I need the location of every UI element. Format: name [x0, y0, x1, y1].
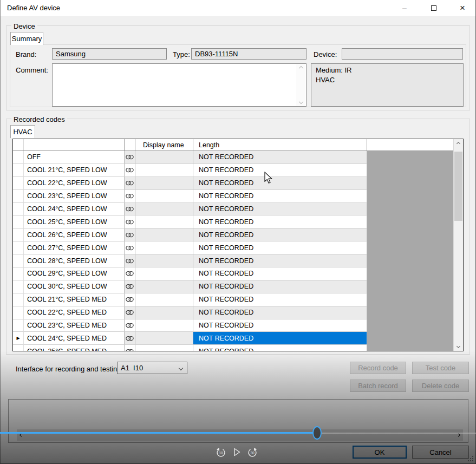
table-row[interactable]: COOL 21°C, SPEED LOW NOT RECORDED [13, 164, 367, 177]
code-icon-cell[interactable] [125, 203, 135, 216]
row-select-indicator[interactable]: ▶ [13, 332, 24, 345]
code-name-cell[interactable]: COOL 24°C, SPEED LOW [24, 203, 125, 216]
column-header-length[interactable]: Length [193, 139, 367, 151]
code-display-name-cell[interactable] [135, 203, 193, 216]
code-display-name-cell[interactable] [135, 177, 193, 190]
table-row[interactable]: COOL 24°C, SPEED LOW NOT RECORDED [13, 203, 367, 216]
table-vertical-scrollbar[interactable] [453, 139, 463, 351]
forward-30-icon[interactable]: 30 [247, 447, 258, 458]
maximize-button[interactable] [421, 0, 446, 16]
table-row[interactable]: COOL 27°C, SPEED LOW NOT RECORDED [13, 241, 367, 254]
code-name-cell[interactable]: COOL 22°C, SPEED MED [24, 306, 125, 319]
code-name-cell[interactable]: COOL 29°C, SPEED LOW [24, 267, 125, 280]
code-name-cell[interactable]: COOL 28°C, SPEED LOW [24, 254, 125, 267]
code-length-cell[interactable]: NOT RECORDED [193, 319, 367, 332]
code-length-cell[interactable]: NOT RECORDED [193, 228, 367, 241]
code-display-name-cell[interactable] [135, 332, 193, 345]
code-icon-cell[interactable] [125, 164, 135, 177]
delete-code-button[interactable]: Delete code [412, 380, 469, 392]
row-select-indicator[interactable] [13, 215, 24, 228]
code-display-name-cell[interactable] [135, 267, 193, 280]
table-row[interactable]: COOL 25°C, SPEED LOW NOT RECORDED [13, 215, 367, 228]
code-icon-cell[interactable] [125, 228, 135, 241]
code-name-cell[interactable]: COOL 21°C, SPEED MED [24, 293, 125, 306]
code-length-cell[interactable]: NOT RECORDED [193, 215, 367, 228]
table-row[interactable]: COOL 30°C, SPEED LOW NOT RECORDED [13, 280, 367, 293]
code-length-cell[interactable]: NOT RECORDED [193, 306, 367, 319]
table-row[interactable]: COOL 22°C, SPEED LOW NOT RECORDED [13, 177, 367, 190]
interface-select[interactable]: A1 I10 [117, 362, 187, 374]
table-row[interactable]: OFF NOT RECORDED [13, 151, 367, 164]
play-icon[interactable] [231, 447, 242, 458]
row-select-indicator[interactable] [13, 241, 24, 254]
row-select-indicator[interactable] [13, 164, 24, 177]
scroll-up-icon[interactable] [298, 66, 303, 70]
row-select-indicator[interactable] [13, 177, 24, 190]
code-length-cell[interactable]: NOT RECORDED [193, 177, 367, 190]
code-icon-cell[interactable] [125, 293, 135, 306]
table-row[interactable]: COOL 23°C, SPEED MED NOT RECORDED [13, 319, 367, 332]
code-length-cell[interactable]: NOT RECORDED [193, 254, 367, 267]
code-name-cell[interactable]: COOL 23°C, SPEED MED [24, 319, 125, 332]
code-icon-cell[interactable] [125, 280, 135, 293]
code-length-cell[interactable]: NOT RECORDED [193, 345, 367, 351]
row-select-indicator[interactable] [13, 345, 24, 351]
code-name-cell[interactable]: COOL 23°C, SPEED LOW [24, 190, 125, 203]
code-length-cell[interactable]: NOT RECORDED [193, 267, 367, 280]
code-display-name-cell[interactable] [135, 151, 193, 164]
code-display-name-cell[interactable] [135, 164, 193, 177]
code-length-cell[interactable]: NOT RECORDED [193, 293, 367, 306]
code-name-cell[interactable]: COOL 24°C, SPEED MED [24, 332, 125, 345]
replay-10-icon[interactable]: 10 [216, 447, 226, 458]
code-display-name-cell[interactable] [135, 319, 193, 332]
video-seekbar-progress[interactable] [0, 432, 314, 434]
table-row[interactable]: COOL 23°C, SPEED LOW NOT RECORDED [13, 190, 367, 203]
table-row[interactable]: COOL 21°C, SPEED MED NOT RECORDED [13, 293, 367, 306]
code-icon-cell[interactable] [125, 241, 135, 254]
code-length-cell[interactable]: NOT RECORDED [193, 151, 367, 164]
panel-horizontal-scrollbar[interactable] [17, 429, 463, 441]
scrollbar-thumb[interactable] [454, 152, 462, 221]
row-select-indicator[interactable] [13, 228, 24, 241]
row-select-indicator[interactable] [13, 306, 24, 319]
code-length-cell[interactable]: NOT RECORDED [193, 190, 367, 203]
row-select-indicator[interactable] [13, 267, 24, 280]
code-icon-cell[interactable] [125, 177, 135, 190]
batch-record-button[interactable]: Batch record [350, 380, 406, 392]
code-icon-cell[interactable] [125, 332, 135, 345]
record-code-button[interactable]: Record code [350, 362, 406, 374]
code-display-name-cell[interactable] [135, 254, 193, 267]
code-display-name-cell[interactable] [135, 190, 193, 203]
code-length-cell[interactable]: NOT RECORDED [193, 164, 367, 177]
code-icon-cell[interactable] [125, 345, 135, 351]
code-length-cell[interactable]: NOT RECORDED [193, 280, 367, 293]
comment-scrollbar[interactable] [296, 64, 305, 106]
scroll-left-icon[interactable] [19, 433, 23, 437]
code-display-name-cell[interactable] [135, 345, 193, 351]
code-icon-cell[interactable] [125, 254, 135, 267]
table-row[interactable]: COOL 29°C, SPEED LOW NOT RECORDED [13, 267, 367, 280]
code-name-cell[interactable]: COOL 30°C, SPEED LOW [24, 280, 125, 293]
table-row[interactable]: COOL 26°C, SPEED LOW NOT RECORDED [13, 228, 367, 241]
code-length-cell[interactable]: NOT RECORDED [193, 203, 367, 216]
row-select-indicator[interactable] [13, 254, 24, 267]
tab-summary[interactable]: Summary [10, 32, 43, 45]
code-icon-cell[interactable] [125, 267, 135, 280]
code-name-cell[interactable]: COOL 25°C, SPEED MED [24, 345, 125, 351]
code-length-cell[interactable]: NOT RECORDED [193, 332, 367, 345]
code-display-name-cell[interactable] [135, 293, 193, 306]
column-header-icon[interactable] [125, 139, 135, 151]
column-header-name[interactable] [24, 139, 125, 151]
row-select-indicator[interactable] [13, 203, 24, 216]
code-icon-cell[interactable] [125, 151, 135, 164]
column-header-display-name[interactable]: Display name [135, 139, 193, 151]
video-seekbar-remaining[interactable] [322, 433, 476, 434]
scroll-down-icon[interactable] [298, 100, 303, 104]
code-display-name-cell[interactable] [135, 280, 193, 293]
row-select-indicator[interactable] [13, 280, 24, 293]
row-select-indicator[interactable] [13, 190, 24, 203]
cancel-button[interactable]: Cancel [412, 446, 469, 459]
code-name-cell[interactable]: OFF [24, 151, 125, 164]
code-display-name-cell[interactable] [135, 241, 193, 254]
code-icon-cell[interactable] [125, 215, 135, 228]
